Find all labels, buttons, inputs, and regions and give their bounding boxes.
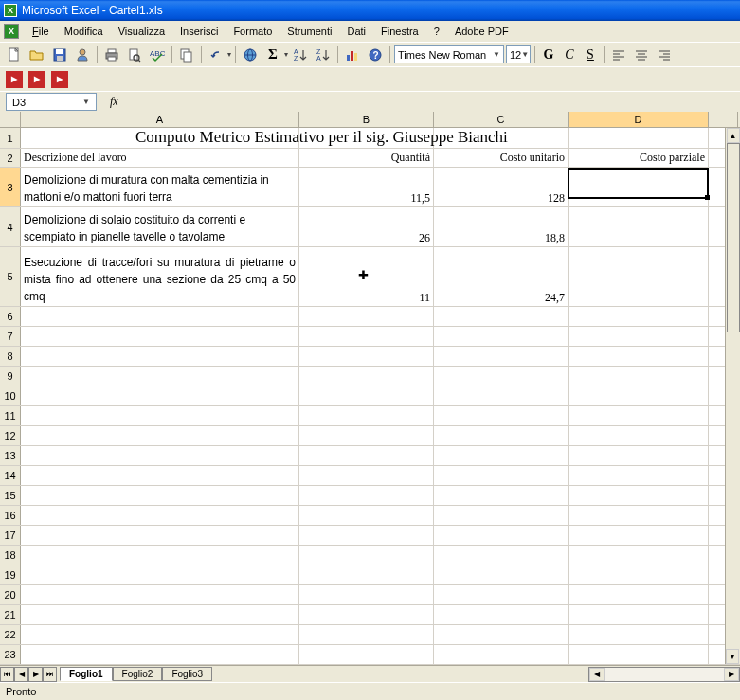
spelling-button[interactable]: ABC: [147, 45, 168, 65]
cell-D11[interactable]: [569, 406, 709, 425]
cell-D1[interactable]: [569, 128, 709, 148]
cell-A1[interactable]: Computo Metrico Estimativo per il sig. G…: [21, 128, 299, 148]
cell-B23[interactable]: [299, 645, 434, 664]
row-header-6[interactable]: 6: [0, 307, 21, 326]
cell-B19[interactable]: [299, 565, 434, 584]
align-center-button[interactable]: [631, 45, 652, 65]
cell-C2[interactable]: Costo unitario: [434, 149, 569, 167]
cell-A3[interactable]: Demolizione di muratura con malta cement…: [21, 168, 299, 206]
cell-C8[interactable]: [434, 347, 569, 366]
row-header-21[interactable]: 21: [0, 605, 21, 624]
cell-A23[interactable]: [21, 645, 299, 664]
copy-button[interactable]: [176, 45, 197, 65]
cell-B2[interactable]: Quantità: [299, 149, 434, 167]
cell-D10[interactable]: [569, 386, 709, 405]
horizontal-scrollbar[interactable]: ◀ ▶: [588, 667, 740, 682]
cell-C12[interactable]: [434, 426, 569, 445]
cell-D18[interactable]: [569, 546, 709, 565]
cell-B12[interactable]: [299, 426, 434, 445]
autosum-dropdown[interactable]: ▾: [284, 50, 288, 59]
row-header-19[interactable]: 19: [0, 565, 21, 584]
underline-button[interactable]: S: [581, 45, 600, 64]
scroll-left-button[interactable]: ◀: [589, 668, 605, 681]
font-name-select[interactable]: Times New Roman▼: [394, 45, 504, 63]
tab-first-button[interactable]: ⏮: [0, 667, 14, 682]
sort-desc-button[interactable]: ZA: [313, 45, 334, 65]
cell-A11[interactable]: [21, 406, 299, 425]
cell-C10[interactable]: [434, 386, 569, 405]
cell-D23[interactable]: [569, 645, 709, 664]
chart-button[interactable]: [342, 45, 363, 65]
row-header-7[interactable]: 7: [0, 327, 21, 346]
row-header-15[interactable]: 15: [0, 486, 21, 505]
row-header-2[interactable]: 2: [0, 149, 21, 167]
menu-dati[interactable]: Dati: [340, 24, 372, 39]
tab-prev-button[interactable]: ◀: [14, 667, 28, 682]
row-header-9[interactable]: 9: [0, 367, 21, 386]
cell-A10[interactable]: [21, 386, 299, 405]
cell-A15[interactable]: [21, 486, 299, 505]
sort-asc-button[interactable]: AZ: [290, 45, 311, 65]
cell-D17[interactable]: [569, 526, 709, 545]
cell-D15[interactable]: [569, 486, 709, 505]
col-header-C[interactable]: C: [434, 112, 569, 127]
col-header-E[interactable]: [709, 112, 738, 127]
hyperlink-button[interactable]: [240, 45, 261, 65]
cell-D5[interactable]: [569, 247, 709, 306]
cell-A19[interactable]: [21, 565, 299, 584]
row-header-23[interactable]: 23: [0, 645, 21, 664]
vertical-scrollbar[interactable]: ▲ ▼: [725, 128, 740, 664]
cell-D22[interactable]: [569, 625, 709, 644]
tab-foglio2[interactable]: Foglio2: [113, 667, 163, 681]
cell-B10[interactable]: [299, 386, 434, 405]
cell-D8[interactable]: [569, 347, 709, 366]
cell-B14[interactable]: [299, 466, 434, 485]
row-header-5[interactable]: 5: [0, 247, 21, 306]
menu-inserisci[interactable]: Inserisci: [173, 24, 225, 39]
cell-A13[interactable]: [21, 446, 299, 465]
pdf-email-button[interactable]: ▶: [27, 69, 47, 90]
cell-A21[interactable]: [21, 605, 299, 624]
cell-D21[interactable]: [569, 605, 709, 624]
cell-B4[interactable]: 26: [299, 207, 434, 246]
menu-adobe[interactable]: Adobe PDF: [448, 24, 515, 39]
col-header-A[interactable]: A: [21, 112, 299, 127]
cell-B13[interactable]: [299, 446, 434, 465]
cell-C20[interactable]: [434, 585, 569, 604]
align-left-button[interactable]: [608, 45, 629, 65]
cell-C9[interactable]: [434, 367, 569, 386]
fx-label[interactable]: fx: [110, 95, 118, 109]
cell-D4[interactable]: [569, 207, 709, 246]
cell-C14[interactable]: [434, 466, 569, 485]
cell-A9[interactable]: [21, 367, 299, 386]
cell-C7[interactable]: [434, 327, 569, 346]
cell-A7[interactable]: [21, 327, 299, 346]
cell-C23[interactable]: [434, 645, 569, 664]
new-button[interactable]: [4, 45, 25, 65]
cell-B11[interactable]: [299, 406, 434, 425]
cell-D3[interactable]: [569, 168, 709, 206]
help-button[interactable]: ?: [365, 45, 386, 65]
cell-A22[interactable]: [21, 625, 299, 644]
cell-B8[interactable]: [299, 347, 434, 366]
cell-B21[interactable]: [299, 605, 434, 624]
name-box[interactable]: D3▼: [6, 93, 97, 111]
menu-finestra[interactable]: Finestra: [374, 24, 425, 39]
menu-help[interactable]: ?: [427, 24, 446, 39]
cell-B15[interactable]: [299, 486, 434, 505]
row-header-4[interactable]: 4: [0, 207, 21, 246]
menu-formato[interactable]: Formato: [226, 24, 279, 39]
scroll-right-button[interactable]: ▶: [724, 668, 739, 681]
undo-dropdown[interactable]: ▾: [227, 50, 231, 59]
cell-B22[interactable]: [299, 625, 434, 644]
cell-A8[interactable]: [21, 347, 299, 366]
pdf-create-button[interactable]: ▶: [4, 69, 25, 90]
align-right-button[interactable]: [654, 45, 675, 65]
cell-B17[interactable]: [299, 526, 434, 545]
cell-C3[interactable]: 128: [434, 168, 569, 206]
cell-D13[interactable]: [569, 446, 709, 465]
open-button[interactable]: [27, 45, 47, 65]
cell-A16[interactable]: [21, 506, 299, 525]
row-header-13[interactable]: 13: [0, 446, 21, 465]
row-header-22[interactable]: 22: [0, 625, 21, 644]
